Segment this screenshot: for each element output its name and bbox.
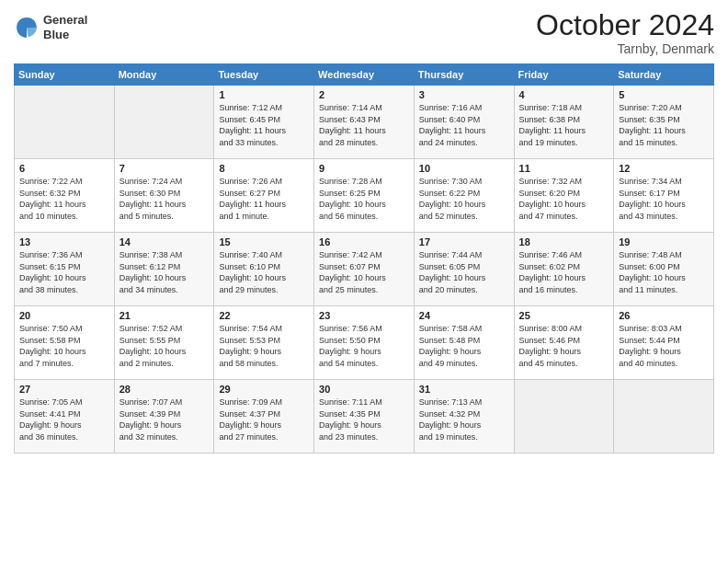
day-info: Sunrise: 7:07 AM Sunset: 4:39 PM Dayligh… (119, 396, 210, 442)
calendar-cell: 17Sunrise: 7:44 AM Sunset: 6:05 PM Dayli… (414, 233, 514, 306)
day-number: 12 (619, 163, 709, 174)
calendar-cell: 8Sunrise: 7:26 AM Sunset: 6:27 PM Daylig… (214, 159, 314, 233)
logo-text: General Blue (43, 13, 87, 41)
calendar-cell: 23Sunrise: 7:56 AM Sunset: 5:50 PM Dayli… (314, 306, 415, 380)
calendar-cell: 11Sunrise: 7:32 AM Sunset: 6:20 PM Dayli… (514, 159, 614, 233)
calendar-header-friday: Friday (514, 64, 614, 86)
day-number: 3 (419, 89, 509, 100)
logo-line1: General (43, 13, 87, 28)
day-info: Sunrise: 7:12 AM Sunset: 6:45 PM Dayligh… (219, 102, 309, 148)
day-number: 1 (219, 89, 309, 100)
day-info: Sunrise: 7:46 AM Sunset: 6:02 PM Dayligh… (519, 249, 609, 295)
calendar-cell: 6Sunrise: 7:22 AM Sunset: 6:32 PM Daylig… (15, 159, 115, 233)
day-number: 4 (519, 89, 609, 100)
day-info: Sunrise: 8:03 AM Sunset: 5:44 PM Dayligh… (619, 323, 709, 369)
calendar-header-saturday: Saturday (614, 64, 714, 86)
day-info: Sunrise: 7:26 AM Sunset: 6:27 PM Dayligh… (219, 176, 309, 222)
calendar-cell: 15Sunrise: 7:40 AM Sunset: 6:10 PM Dayli… (214, 233, 314, 306)
calendar-cell: 1Sunrise: 7:12 AM Sunset: 6:45 PM Daylig… (214, 86, 314, 159)
calendar-cell: 25Sunrise: 8:00 AM Sunset: 5:46 PM Dayli… (514, 306, 614, 380)
day-number: 21 (119, 310, 210, 321)
calendar-cell: 7Sunrise: 7:24 AM Sunset: 6:30 PM Daylig… (114, 159, 214, 233)
day-number: 7 (119, 163, 210, 174)
calendar-header-tuesday: Tuesday (214, 64, 314, 86)
logo: General Blue (14, 13, 87, 41)
calendar-header-sunday: Sunday (15, 64, 115, 86)
day-info: Sunrise: 7:14 AM Sunset: 6:43 PM Dayligh… (319, 102, 409, 148)
day-number: 2 (319, 89, 409, 100)
calendar-cell: 10Sunrise: 7:30 AM Sunset: 6:22 PM Dayli… (414, 159, 514, 233)
day-info: Sunrise: 7:44 AM Sunset: 6:05 PM Dayligh… (419, 249, 509, 295)
day-info: Sunrise: 7:05 AM Sunset: 4:41 PM Dayligh… (19, 396, 109, 442)
calendar-cell: 9Sunrise: 7:28 AM Sunset: 6:25 PM Daylig… (314, 159, 415, 233)
calendar-header-monday: Monday (114, 64, 214, 86)
day-info: Sunrise: 8:00 AM Sunset: 5:46 PM Dayligh… (519, 323, 609, 369)
day-number: 14 (119, 236, 210, 247)
day-number: 8 (219, 163, 309, 174)
calendar-cell (114, 86, 214, 159)
title-block: October 2024 Tarnby, Denmark (536, 9, 714, 56)
header: General Blue October 2024 Tarnby, Denmar… (14, 9, 714, 56)
day-number: 6 (19, 163, 109, 174)
calendar-cell: 24Sunrise: 7:58 AM Sunset: 5:48 PM Dayli… (414, 306, 514, 380)
calendar-week-row: 1Sunrise: 7:12 AM Sunset: 6:45 PM Daylig… (15, 86, 714, 159)
day-info: Sunrise: 7:54 AM Sunset: 5:53 PM Dayligh… (219, 323, 309, 369)
calendar-cell: 28Sunrise: 7:07 AM Sunset: 4:39 PM Dayli… (114, 380, 214, 454)
day-info: Sunrise: 7:34 AM Sunset: 6:17 PM Dayligh… (619, 176, 709, 222)
day-info: Sunrise: 7:20 AM Sunset: 6:35 PM Dayligh… (619, 102, 709, 148)
day-info: Sunrise: 7:09 AM Sunset: 4:37 PM Dayligh… (219, 396, 309, 442)
calendar-cell: 4Sunrise: 7:18 AM Sunset: 6:38 PM Daylig… (514, 86, 614, 159)
day-number: 11 (519, 163, 609, 174)
day-number: 26 (619, 310, 709, 321)
day-number: 13 (19, 236, 109, 247)
calendar-week-row: 27Sunrise: 7:05 AM Sunset: 4:41 PM Dayli… (15, 380, 714, 454)
day-info: Sunrise: 7:40 AM Sunset: 6:10 PM Dayligh… (219, 249, 309, 295)
title-location: Tarnby, Denmark (536, 41, 714, 56)
calendar-cell: 27Sunrise: 7:05 AM Sunset: 4:41 PM Dayli… (15, 380, 115, 454)
calendar-cell: 31Sunrise: 7:13 AM Sunset: 4:32 PM Dayli… (414, 380, 514, 454)
day-number: 24 (419, 310, 509, 321)
calendar-cell: 29Sunrise: 7:09 AM Sunset: 4:37 PM Dayli… (214, 380, 314, 454)
day-number: 30 (319, 384, 409, 395)
day-info: Sunrise: 7:50 AM Sunset: 5:58 PM Dayligh… (19, 323, 109, 369)
calendar-cell: 14Sunrise: 7:38 AM Sunset: 6:12 PM Dayli… (114, 233, 214, 306)
day-number: 27 (19, 384, 109, 395)
calendar-cell: 16Sunrise: 7:42 AM Sunset: 6:07 PM Dayli… (314, 233, 415, 306)
day-number: 9 (319, 163, 409, 174)
day-info: Sunrise: 7:24 AM Sunset: 6:30 PM Dayligh… (119, 176, 210, 222)
day-info: Sunrise: 7:22 AM Sunset: 6:32 PM Dayligh… (19, 176, 109, 222)
calendar-week-row: 13Sunrise: 7:36 AM Sunset: 6:15 PM Dayli… (15, 233, 714, 306)
day-info: Sunrise: 7:42 AM Sunset: 6:07 PM Dayligh… (319, 249, 409, 295)
calendar-cell: 20Sunrise: 7:50 AM Sunset: 5:58 PM Dayli… (15, 306, 115, 380)
calendar-cell: 21Sunrise: 7:52 AM Sunset: 5:55 PM Dayli… (114, 306, 214, 380)
page: General Blue October 2024 Tarnby, Denmar… (0, 0, 728, 563)
day-number: 17 (419, 236, 509, 247)
day-number: 15 (219, 236, 309, 247)
day-number: 25 (519, 310, 609, 321)
day-number: 29 (219, 384, 309, 395)
day-info: Sunrise: 7:36 AM Sunset: 6:15 PM Dayligh… (19, 249, 109, 295)
calendar-cell: 12Sunrise: 7:34 AM Sunset: 6:17 PM Dayli… (614, 159, 714, 233)
calendar-cell (514, 380, 614, 454)
calendar-cell: 19Sunrise: 7:48 AM Sunset: 6:00 PM Dayli… (614, 233, 714, 306)
day-info: Sunrise: 7:16 AM Sunset: 6:40 PM Dayligh… (419, 102, 509, 148)
day-number: 18 (519, 236, 609, 247)
day-info: Sunrise: 7:32 AM Sunset: 6:20 PM Dayligh… (519, 176, 609, 222)
calendar-header-wednesday: Wednesday (314, 64, 415, 86)
logo-icon (14, 15, 40, 40)
day-number: 22 (219, 310, 309, 321)
day-info: Sunrise: 7:18 AM Sunset: 6:38 PM Dayligh… (519, 102, 609, 148)
calendar-header-thursday: Thursday (414, 64, 514, 86)
day-info: Sunrise: 7:48 AM Sunset: 6:00 PM Dayligh… (619, 249, 709, 295)
calendar-cell: 22Sunrise: 7:54 AM Sunset: 5:53 PM Dayli… (214, 306, 314, 380)
day-number: 5 (619, 89, 709, 100)
calendar-cell: 13Sunrise: 7:36 AM Sunset: 6:15 PM Dayli… (15, 233, 115, 306)
day-number: 16 (319, 236, 409, 247)
title-month: October 2024 (536, 9, 714, 41)
day-number: 23 (319, 310, 409, 321)
calendar-cell (614, 380, 714, 454)
calendar-week-row: 6Sunrise: 7:22 AM Sunset: 6:32 PM Daylig… (15, 159, 714, 233)
calendar-cell: 30Sunrise: 7:11 AM Sunset: 4:35 PM Dayli… (314, 380, 415, 454)
day-info: Sunrise: 7:52 AM Sunset: 5:55 PM Dayligh… (119, 323, 210, 369)
day-info: Sunrise: 7:13 AM Sunset: 4:32 PM Dayligh… (419, 396, 509, 442)
